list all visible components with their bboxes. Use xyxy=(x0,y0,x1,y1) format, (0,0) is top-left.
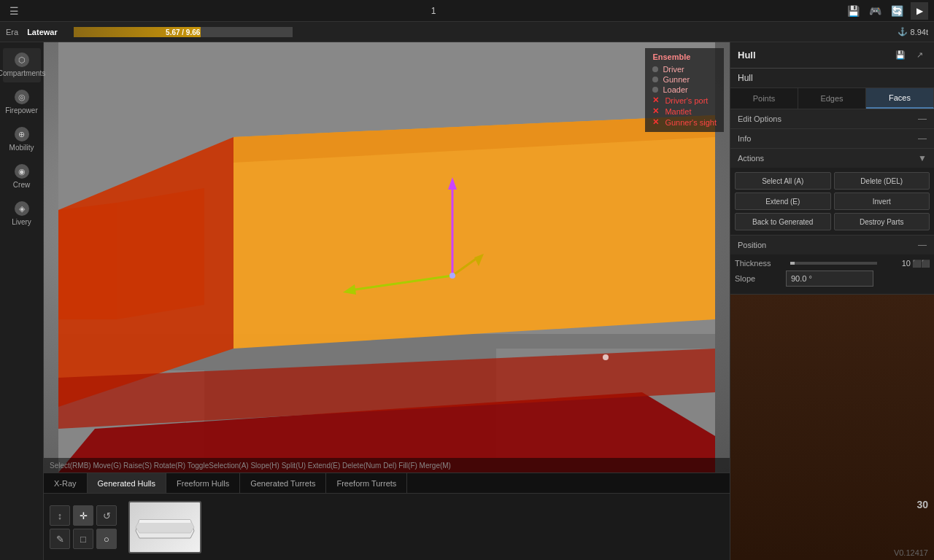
driver-label: Driver xyxy=(663,65,684,74)
back-to-generated-btn[interactable]: Back to Generated xyxy=(735,213,831,230)
actions-section: Actions ▼ Select All (A) Delete (DEL) Ex… xyxy=(730,149,934,236)
panel-tab-points-label: Points xyxy=(753,94,776,103)
panel-tab-edges[interactable]: Edges xyxy=(798,88,866,109)
gunner-dot xyxy=(652,77,658,82)
tab-x-ray-label: X-Ray xyxy=(54,479,77,488)
crew-icon: ◉ xyxy=(15,164,29,179)
square-tool-btn[interactable]: □ xyxy=(73,529,93,549)
sidebar-item-livery-label: Livery xyxy=(12,218,31,227)
select-all-btn[interactable]: Select All (A) xyxy=(735,172,831,190)
circle-tool-btn[interactable]: ○ xyxy=(96,529,117,549)
driver-dot xyxy=(652,66,658,72)
slope-input[interactable] xyxy=(786,271,873,287)
svg-marker-8 xyxy=(58,203,117,319)
svg-point-17 xyxy=(449,273,455,279)
edit-options-section: Edit Options — xyxy=(730,109,934,129)
tools-column: ↕ ✛ ↺ ✎ □ ○ xyxy=(50,505,117,549)
left-sidebar: ⬡ Compartments ◎ Firepower ⊕ Mobility ◉ … xyxy=(0,42,44,560)
panel-save-icon[interactable]: 💾 xyxy=(893,48,908,63)
thickness-slider[interactable] xyxy=(790,262,877,265)
svg-marker-9 xyxy=(117,188,204,319)
hull-preview-svg xyxy=(132,505,198,549)
loader-label: Loader xyxy=(663,85,687,94)
tank-scene[interactable] xyxy=(44,42,730,472)
position-title: Position xyxy=(738,241,766,249)
mantlet-label: Mantlet xyxy=(665,107,691,116)
position-section: Position — Thickness 10 ⬛⬛ Slope xyxy=(730,236,934,295)
panel-tab-edges-label: Edges xyxy=(820,94,843,103)
rotate-tool-btn[interactable]: ✛ xyxy=(73,505,93,526)
svg-marker-21 xyxy=(139,520,190,523)
gamepad-icon[interactable]: 🎮 xyxy=(867,3,883,19)
panel-tab-faces-label: Faces xyxy=(889,93,911,102)
sidebar-item-compartments[interactable]: ⬡ Compartments xyxy=(3,48,41,82)
tab-freeform-turrets-label: Freeform Turrets xyxy=(336,479,396,488)
ensemble-item-gunners-sight: ✕ Gunner's sight xyxy=(652,117,717,128)
gunners-sight-error-icon: ✕ xyxy=(652,117,659,127)
mantlet-error-icon: ✕ xyxy=(652,106,659,116)
main-viewport[interactable]: Ensemble Driver Gunner Loader ✕ Driver's… xyxy=(44,42,730,472)
save-icon[interactable]: 💾 xyxy=(845,3,861,19)
top-bar-left: ☰ xyxy=(6,3,22,19)
ensemble-item-mantlet: ✕ Mantlet xyxy=(652,106,717,117)
info-section: Info — xyxy=(730,129,934,149)
thickness-slider-fill xyxy=(790,262,795,265)
tab-freeform-hulls[interactable]: Freeform Hulls xyxy=(166,473,240,493)
tab-x-ray[interactable]: X-Ray xyxy=(44,473,88,493)
panel-export-icon[interactable]: ↗ xyxy=(912,48,927,63)
move-tool-btn[interactable]: ↕ xyxy=(50,505,70,526)
panel-sub-title: Hull xyxy=(738,73,753,83)
destroy-parts-btn[interactable]: Destroy Parts xyxy=(834,213,930,230)
play-button[interactable]: ▶ xyxy=(911,2,928,20)
sidebar-item-firepower[interactable]: ◎ Firepower xyxy=(3,85,41,120)
sidebar-item-livery[interactable]: ◈ Livery xyxy=(3,197,41,231)
actions-grid: Select All (A) Delete (DEL) Extend (E) I… xyxy=(730,168,934,235)
panel-brown-area xyxy=(730,295,934,560)
panel-icons: 💾 ↗ xyxy=(893,48,927,63)
tab-generated-hulls[interactable]: Generated Hulls xyxy=(88,473,167,493)
tab-generated-turrets[interactable]: Generated Turrets xyxy=(240,473,326,493)
sidebar-item-compartments-label: Compartments xyxy=(0,69,45,78)
refresh-tool-btn[interactable]: ↺ xyxy=(96,505,117,526)
compartments-icon: ⬡ xyxy=(15,52,29,67)
actions-header[interactable]: Actions ▼ xyxy=(730,149,934,168)
top-bar-right: 💾 🎮 🔄 ▶ xyxy=(845,2,928,20)
right-panel-header: Hull 💾 ↗ xyxy=(730,42,934,69)
tab-generated-turrets-label: Generated Turrets xyxy=(250,479,315,488)
kb-hint-text: Select(RMB) Move(G) Raise(S) Rotate(R) T… xyxy=(50,462,451,470)
slope-label: Slope xyxy=(735,274,786,283)
drivers-port-label: Driver's port xyxy=(665,96,708,105)
sidebar-item-crew[interactable]: ◉ Crew xyxy=(3,160,41,194)
position-header[interactable]: Position — xyxy=(730,236,934,254)
tab-bar: X-Ray Generated Hulls Freeform Hulls Gen… xyxy=(44,473,730,494)
pencil-tool-btn[interactable]: ✎ xyxy=(50,529,70,549)
tab-freeform-hulls-label: Freeform Hulls xyxy=(177,479,229,488)
sidebar-item-mobility[interactable]: ⊕ Mobility xyxy=(3,122,41,157)
actions-toggle: ▼ xyxy=(918,153,927,163)
firepower-icon: ◎ xyxy=(15,90,29,104)
refresh-icon[interactable]: 🔄 xyxy=(889,3,905,19)
delete-btn[interactable]: Delete (DEL) xyxy=(834,172,930,190)
invert-btn[interactable]: Invert xyxy=(834,192,930,210)
thickness-value: 10 xyxy=(881,259,911,268)
slope-row: Slope xyxy=(735,271,930,287)
panel-tab-faces[interactable]: Faces xyxy=(866,88,934,109)
tools-row-1: ↕ ✛ ↺ xyxy=(50,505,117,526)
bottom-area: X-Ray Generated Hulls Freeform Hulls Gen… xyxy=(44,472,730,560)
keyboard-hint: Select(RMB) Move(G) Raise(S) Rotate(R) T… xyxy=(44,458,730,472)
edit-options-title: Edit Options xyxy=(738,114,781,123)
ensemble-item-drivers-port: ✕ Driver's port xyxy=(652,95,717,106)
tab-freeform-turrets[interactable]: Freeform Turrets xyxy=(326,473,407,493)
actions-title: Actions xyxy=(738,154,764,163)
extend-btn[interactable]: Extend (E) xyxy=(735,192,831,210)
hull-thumbnail[interactable] xyxy=(128,501,201,553)
sidebar-item-crew-label: Crew xyxy=(13,181,30,190)
right-panel: Hull 💾 ↗ Hull Points Edges Faces Edit Op… xyxy=(730,42,934,560)
hamburger-menu-icon[interactable]: ☰ xyxy=(6,3,22,19)
info-header[interactable]: Info — xyxy=(730,129,934,148)
mobility-icon: ⊕ xyxy=(15,127,29,141)
edit-options-toggle: — xyxy=(918,114,927,124)
ensemble-item-driver: Driver xyxy=(652,64,717,74)
edit-options-header[interactable]: Edit Options — xyxy=(730,109,934,128)
panel-tab-points[interactable]: Points xyxy=(730,88,798,109)
